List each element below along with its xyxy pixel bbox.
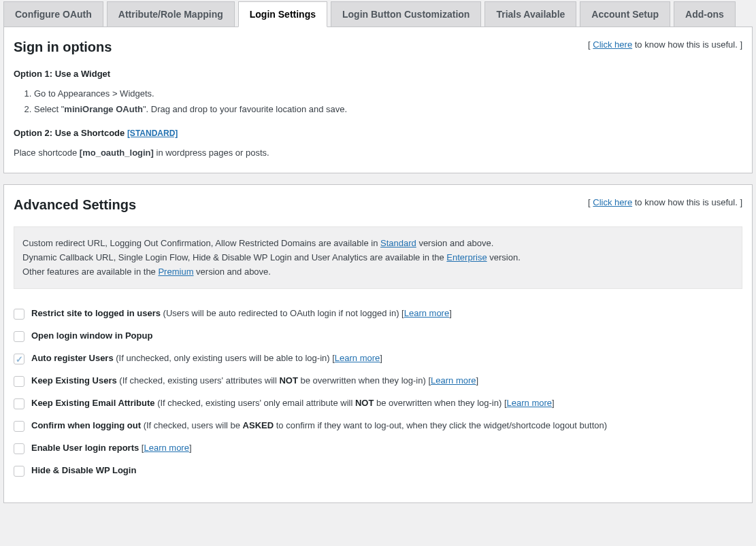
checkbox[interactable] <box>14 443 24 454</box>
shortcode-prefix: Place shortcode <box>14 148 80 158</box>
option2-title: Option 2: Use a Shortcode [STANDARD] <box>14 128 742 138</box>
premium-link[interactable]: Premium <box>158 267 193 277</box>
info-line-1: Custom redirect URL, Logging Out Confirm… <box>22 237 734 251</box>
check-row: Restrict site to logged in users (Users … <box>14 308 742 320</box>
checkbox[interactable] <box>14 331 24 342</box>
signin-hint: [ Click here to know how this is useful.… <box>588 39 742 50</box>
check-row: Auto register Users (If unchecked, only … <box>14 353 742 364</box>
checkbox[interactable] <box>14 309 24 320</box>
info-line-3: Other features are available in the Prem… <box>22 265 734 279</box>
checkbox[interactable] <box>14 398 24 409</box>
check-label: Keep Existing Email Attribute (If checke… <box>31 398 555 408</box>
check-row: Keep Existing Email Attribute (If checke… <box>14 398 742 409</box>
tab-login-button-customization[interactable]: Login Button Customization <box>331 1 481 27</box>
signin-panel: [ Click here to know how this is useful.… <box>3 27 753 173</box>
check-label: Restrict site to logged in users (Users … <box>31 308 452 318</box>
option1-title: Option 1: Use a Widget <box>14 69 742 79</box>
tab-configure-oauth[interactable]: Configure OAuth <box>3 1 103 27</box>
standard-link[interactable]: Standard <box>380 238 416 248</box>
check-label: Open login window in Popup <box>31 330 152 341</box>
learn-more-link[interactable]: Learn more <box>335 353 380 363</box>
check-row: Confirm when logging out (If checked, us… <box>14 420 742 432</box>
learn-more-link[interactable]: Learn more <box>404 308 449 318</box>
widget-step: Select "miniOrange OAuth". Drag and drop… <box>34 104 742 114</box>
standard-tag[interactable]: [STANDARD] <box>127 129 178 138</box>
checkbox[interactable] <box>14 466 24 477</box>
check-label: Enable User login reports [Learn more] <box>31 443 192 453</box>
checkbox[interactable] <box>14 354 24 364</box>
tab-add-ons[interactable]: Add-ons <box>674 1 736 27</box>
check-label: Auto register Users (If unchecked, only … <box>31 353 382 363</box>
hint-text: to know how this is useful. ] <box>632 197 742 207</box>
tab-trials-available[interactable]: Trials Available <box>484 1 576 27</box>
signin-click-here-link[interactable]: Click here <box>593 39 632 50</box>
tab-account-setup[interactable]: Account Setup <box>580 1 670 27</box>
check-label: Confirm when logging out (If checked, us… <box>31 420 607 430</box>
check-label: Keep Existing Users (If checked, existin… <box>31 375 478 386</box>
advanced-hint: [ Click here to know how this is useful.… <box>588 197 742 207</box>
info-line-2: Dynamic Callback URL, Single Login Flow,… <box>22 251 734 265</box>
tab-login-settings[interactable]: Login Settings <box>238 1 327 27</box>
checkbox-list: Restrict site to logged in users (Users … <box>14 308 742 477</box>
option2-title-text: Option 2: Use a Shortcode <box>14 128 125 138</box>
checkbox[interactable] <box>14 376 24 387</box>
check-label: Hide & Disable WP Login <box>31 465 136 475</box>
advanced-info-box: Custom redirect URL, Logging Out Confirm… <box>14 226 742 289</box>
shortcode-note: Place shortcode [mo_oauth_login] in word… <box>14 148 742 158</box>
shortcode-code: [mo_oauth_login] <box>80 148 154 158</box>
checkbox[interactable] <box>14 421 24 432</box>
learn-more-link[interactable]: Learn more <box>144 443 188 453</box>
tab-attribute-role-mapping[interactable]: Attribute/Role Mapping <box>107 1 235 27</box>
hint-text: to know how this is useful. ] <box>632 39 742 50</box>
learn-more-link[interactable]: Learn more <box>431 375 476 386</box>
check-row: Enable User login reports [Learn more] <box>14 443 742 454</box>
widget-steps-list: Go to Appearances > Widgets.Select "mini… <box>14 88 742 114</box>
advanced-click-here-link[interactable]: Click here <box>593 197 632 207</box>
tab-bar: Configure OAuthAttribute/Role MappingLog… <box>0 1 756 27</box>
learn-more-link[interactable]: Learn more <box>507 398 552 408</box>
check-row: Hide & Disable WP Login <box>14 465 742 477</box>
shortcode-suffix: in wordpress pages or posts. <box>154 148 269 158</box>
enterprise-link[interactable]: Enterprise <box>446 252 487 262</box>
advanced-panel: [ Click here to know how this is useful.… <box>3 184 753 503</box>
check-row: Open login window in Popup <box>14 330 742 342</box>
widget-step: Go to Appearances > Widgets. <box>34 88 742 99</box>
check-row: Keep Existing Users (If checked, existin… <box>14 375 742 387</box>
